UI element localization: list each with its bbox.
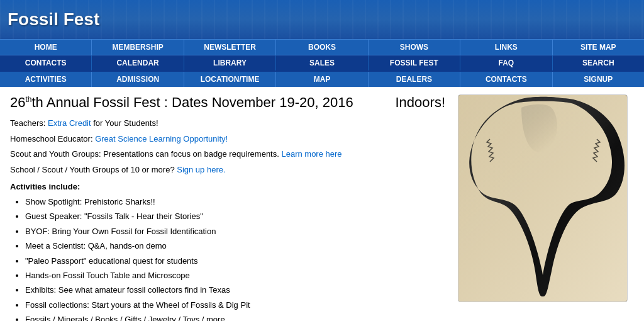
activity-item: Guest Speaker: "Fossils Talk - Hear thei…	[25, 209, 445, 223]
nav-books[interactable]: BOOKS	[276, 40, 368, 55]
nav-contacts[interactable]: CONTACTS	[0, 55, 92, 70]
extra-credit-link[interactable]: Extra Credit	[48, 118, 91, 128]
activities-header: Activities include:	[10, 182, 445, 191]
subnav-signup[interactable]: SIGNUP	[553, 72, 644, 87]
nav-newsletter[interactable]: NEWSLETTER	[184, 40, 276, 55]
activity-item: BYOF: Bring Your Own Fossil for Fossil I…	[25, 224, 445, 239]
subnav-contacts[interactable]: CONTACTS	[460, 72, 552, 87]
subnav-location[interactable]: LOCATION/TIME	[184, 72, 276, 87]
nav-sitemap[interactable]: SITE MAP	[553, 40, 644, 55]
teachers-line: Teachers: Extra Credit for Your Students…	[10, 117, 445, 130]
activity-item: Fossil collections: Start yours at the W…	[25, 298, 445, 312]
subnav-admission[interactable]: ADMISSION	[92, 72, 184, 87]
nav-row-2: CONTACTS CALENDAR LIBRARY SALES FOSSIL F…	[0, 55, 644, 70]
page-title: 26thth Annual Fossil Fest : Dates Novemb…	[10, 94, 353, 111]
scout-line: Scout and Youth Groups: Presentations ca…	[10, 148, 445, 160]
subnav-row: ACTIVITIES ADMISSION LOCATION/TIME MAP D…	[0, 70, 644, 87]
nav-calendar[interactable]: CALENDAR	[92, 55, 184, 70]
activity-item: Fossils / Minerals / Books / Gifts / Jew…	[25, 312, 445, 321]
subnav-dealers[interactable]: DEALERS	[369, 72, 460, 87]
activity-item: Meet a Scientist: Q&A, hands-on demo	[25, 239, 445, 253]
main-content: 26thth Annual Fossil Fest : Dates Novemb…	[0, 87, 644, 321]
nav-library[interactable]: LIBRARY	[184, 55, 276, 70]
nav-home[interactable]: HOME	[0, 40, 92, 55]
nav-faq[interactable]: FAQ	[460, 55, 552, 70]
svg-rect-0	[458, 95, 628, 302]
header-banner: Fossil Fest	[0, 0, 644, 39]
nav-fossil-fest[interactable]: FOSSIL FEST	[369, 55, 460, 70]
nav-shows[interactable]: SHOWS	[369, 40, 460, 55]
homeschool-line: Homeschool Educator: Great Science Learn…	[10, 133, 445, 145]
homeschool-link[interactable]: Great Science Learning Opportunity!	[95, 134, 228, 144]
fossil-tooth-image	[458, 94, 628, 302]
nav-sales[interactable]: SALES	[276, 55, 368, 70]
activity-item: Exhibits: See what amateur fossil collec…	[25, 283, 445, 297]
nav-membership[interactable]: MEMBERSHIP	[92, 40, 184, 55]
nav-search[interactable]: SEARCH	[553, 55, 644, 70]
activities-list: Show Spotlight: Prehistoric Sharks!!Gues…	[25, 194, 445, 321]
site-title: Fossil Fest	[8, 9, 99, 30]
nav-links[interactable]: LINKS	[460, 40, 552, 55]
school-line: School / Scout / Youth Groups of 10 or m…	[10, 164, 445, 176]
content-right	[458, 94, 634, 321]
indoors-label: Indoors!	[396, 94, 446, 111]
subnav-map[interactable]: MAP	[276, 72, 368, 87]
content-left: 26thth Annual Fossil Fest : Dates Novemb…	[10, 94, 445, 321]
activity-item: Show Spotlight: Prehistoric Sharks!!	[25, 194, 445, 209]
activity-item: "Paleo Passport" educational quest for s…	[25, 254, 445, 268]
scout-link[interactable]: Learn more here	[281, 149, 341, 159]
subnav-activities[interactable]: ACTIVITIES	[0, 72, 92, 87]
page-title-row: 26thth Annual Fossil Fest : Dates Novemb…	[10, 94, 445, 111]
nav-row-1: HOME MEMBERSHIP NEWSLETTER BOOKS SHOWS L…	[0, 39, 644, 55]
activity-item: Hands-on Fossil Touch Table and Microsco…	[25, 268, 445, 283]
school-link[interactable]: Sign up here.	[177, 165, 225, 174]
